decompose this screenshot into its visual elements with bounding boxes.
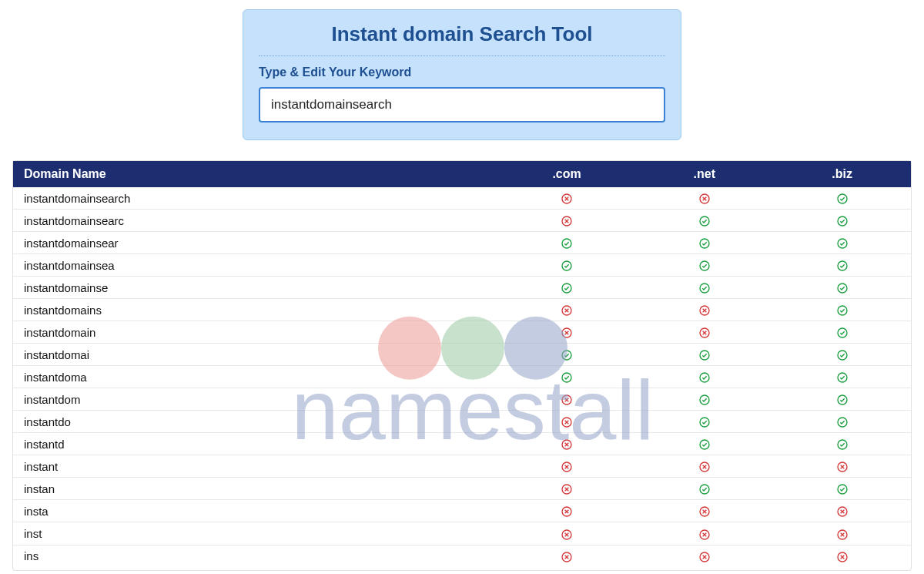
com-cell[interactable]	[498, 232, 636, 254]
domain-name-cell: instantdomainsearc	[13, 210, 498, 232]
available-icon	[698, 416, 711, 428]
com-cell[interactable]	[498, 522, 636, 545]
net-cell[interactable]	[635, 344, 773, 366]
net-cell[interactable]	[635, 455, 773, 478]
net-cell[interactable]	[635, 522, 773, 545]
table-row: instantdo	[13, 411, 911, 433]
com-cell[interactable]	[498, 299, 636, 321]
table-row: instantdomainsea	[13, 254, 911, 277]
com-cell[interactable]	[498, 187, 636, 210]
net-cell[interactable]	[635, 545, 773, 567]
table-row: instant	[13, 455, 911, 478]
table-row: instan	[13, 478, 911, 500]
table-row: instantdomain	[13, 321, 911, 344]
svg-point-8	[838, 239, 847, 248]
com-cell[interactable]	[498, 411, 636, 433]
com-cell[interactable]	[498, 433, 636, 455]
domain-name-cell: instantdo	[13, 411, 498, 433]
biz-cell[interactable]	[773, 344, 911, 366]
biz-cell[interactable]	[773, 522, 911, 545]
biz-cell[interactable]	[773, 455, 911, 478]
svg-point-21	[562, 351, 571, 360]
svg-point-20	[838, 328, 847, 337]
domain-name-cell: instantdoma	[13, 366, 498, 388]
domain-name-cell: instan	[13, 478, 498, 500]
available-icon	[836, 304, 849, 317]
net-cell[interactable]	[635, 299, 773, 321]
biz-cell[interactable]	[773, 232, 911, 254]
com-cell[interactable]	[498, 366, 636, 388]
com-cell[interactable]	[498, 478, 636, 500]
net-cell[interactable]	[635, 321, 773, 344]
net-cell[interactable]	[635, 254, 773, 277]
biz-cell[interactable]	[773, 254, 911, 277]
search-label: Type & Edit Your Keyword	[259, 65, 665, 79]
com-cell[interactable]	[498, 388, 636, 411]
net-cell[interactable]	[635, 411, 773, 433]
biz-cell[interactable]	[773, 545, 911, 567]
biz-cell[interactable]	[773, 187, 911, 210]
available-icon	[698, 215, 711, 227]
biz-cell[interactable]	[773, 299, 911, 321]
svg-point-26	[838, 373, 847, 382]
net-cell[interactable]	[635, 366, 773, 388]
svg-point-28	[700, 395, 709, 404]
available-icon	[698, 349, 711, 361]
unavailable-icon	[561, 416, 573, 428]
net-cell[interactable]	[635, 277, 773, 299]
svg-point-22	[700, 351, 709, 360]
domain-name-cell: insta	[13, 500, 498, 522]
biz-cell[interactable]	[773, 388, 911, 411]
available-icon	[698, 260, 711, 272]
search-panel: Instant domain Search Tool Type & Edit Y…	[243, 9, 681, 140]
unavailable-icon	[561, 193, 573, 205]
biz-cell[interactable]	[773, 433, 911, 455]
biz-cell[interactable]	[773, 478, 911, 500]
net-cell[interactable]	[635, 232, 773, 254]
col-com: .com	[498, 161, 636, 187]
biz-cell[interactable]	[773, 321, 911, 344]
table-row: instantdoma	[13, 366, 911, 388]
unavailable-icon	[561, 394, 573, 406]
net-cell[interactable]	[635, 187, 773, 210]
svg-point-2	[838, 194, 847, 203]
biz-cell[interactable]	[773, 277, 911, 299]
available-icon	[698, 237, 711, 250]
table-row: instantdomainsearc	[13, 210, 911, 232]
available-icon	[836, 371, 849, 384]
com-cell[interactable]	[498, 545, 636, 567]
unavailable-icon	[836, 529, 849, 541]
com-cell[interactable]	[498, 344, 636, 366]
net-cell[interactable]	[635, 500, 773, 522]
unavailable-icon	[561, 438, 573, 451]
biz-cell[interactable]	[773, 411, 911, 433]
net-cell[interactable]	[635, 433, 773, 455]
biz-cell[interactable]	[773, 366, 911, 388]
net-cell[interactable]	[635, 388, 773, 411]
com-cell[interactable]	[498, 500, 636, 522]
divider	[259, 55, 665, 56]
net-cell[interactable]	[635, 478, 773, 500]
biz-cell[interactable]	[773, 210, 911, 232]
available-icon	[561, 349, 573, 361]
svg-point-10	[700, 261, 709, 270]
unavailable-icon	[698, 551, 711, 563]
keyword-input[interactable]	[259, 87, 665, 123]
unavailable-icon	[698, 461, 711, 473]
table-row: inst	[13, 522, 911, 545]
domain-name-cell: instantdomainse	[13, 277, 498, 299]
domain-name-cell: instantdomai	[13, 344, 498, 366]
unavailable-icon	[836, 505, 849, 518]
com-cell[interactable]	[498, 210, 636, 232]
domain-name-cell: ins	[13, 545, 498, 567]
com-cell[interactable]	[498, 321, 636, 344]
com-cell[interactable]	[498, 277, 636, 299]
domain-name-cell: instantdom	[13, 388, 498, 411]
net-cell[interactable]	[635, 210, 773, 232]
available-icon	[561, 282, 573, 294]
svg-point-9	[562, 261, 571, 270]
com-cell[interactable]	[498, 455, 636, 478]
biz-cell[interactable]	[773, 500, 911, 522]
com-cell[interactable]	[498, 254, 636, 277]
available-icon	[836, 416, 849, 428]
